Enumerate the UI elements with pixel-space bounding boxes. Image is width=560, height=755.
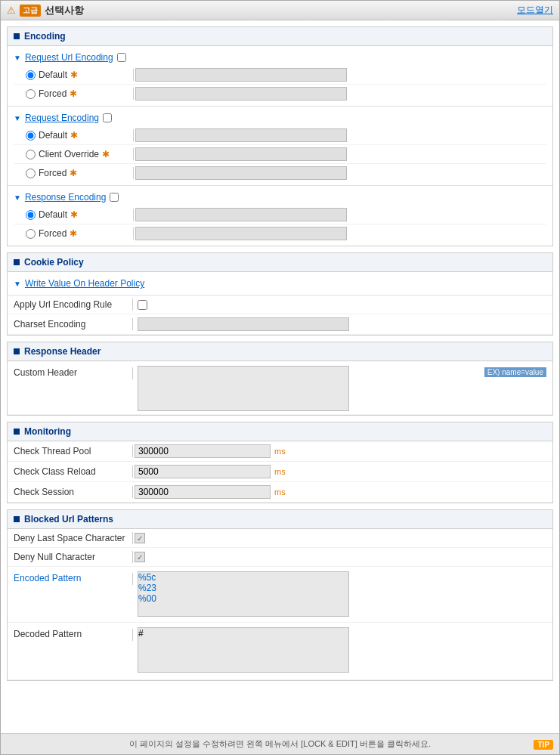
blocked-url-patterns-header: Blocked Url Patterns	[8, 510, 552, 529]
response-header-section: Response Header Custom Header EX) name=v…	[7, 342, 553, 416]
deny-null-checkbox[interactable]: ✓	[135, 552, 145, 562]
tip-badge: TIP	[534, 740, 553, 750]
check-session-input[interactable]	[135, 485, 271, 499]
title-bar: ⚠ 고급 선택사항 모드열기	[1, 1, 559, 20]
warning-icon: ⚠	[7, 5, 16, 16]
check-class-reload-unit: ms	[274, 467, 286, 476]
response-encoding-header: ▼ Response Encoding	[14, 189, 546, 206]
title-left: ⚠ 고급 선택사항	[7, 4, 84, 17]
req-client-sep	[133, 148, 134, 160]
req-client-radio[interactable]	[26, 150, 36, 159]
level-badge: 고급	[20, 5, 41, 17]
req-default-input[interactable]	[135, 128, 347, 142]
monitoring-marker	[14, 429, 20, 435]
res-default-star: ✱	[70, 209, 78, 220]
blocked-url-patterns-section: Blocked Url Patterns Deny Last Space Cha…	[7, 509, 553, 681]
url-forced-text: Forced	[39, 88, 67, 99]
encoding-section: Encoding ▼ Request Url Encoding Default …	[7, 26, 553, 246]
charset-encoding-input[interactable]	[138, 317, 349, 331]
write-value-label[interactable]: Write Value On Header Policy	[25, 278, 144, 289]
req-forced-label: Forced ✱	[26, 168, 131, 178]
check-thread-pool-row: Check Thread Pool ms	[8, 441, 552, 462]
deny-last-space-checkbox[interactable]: ✓	[135, 533, 145, 543]
check-class-reload-label: Check Class Reload	[14, 466, 131, 477]
request-encoding-checkbox[interactable]	[103, 113, 112, 122]
monitoring-title: Monitoring	[24, 426, 71, 437]
req-default-radio[interactable]	[26, 131, 36, 141]
write-value-header: ▼ Write Value On Header Policy	[14, 275, 546, 292]
check-session-unit: ms	[274, 487, 286, 497]
name-value-button[interactable]: EX) name=value	[484, 367, 546, 377]
charset-encoding-row: Charset Encoding	[8, 314, 552, 335]
url-forced-radio[interactable]	[26, 89, 36, 99]
request-url-encoding-label[interactable]: Request Url Encoding	[25, 52, 113, 63]
res-forced-sep	[133, 227, 134, 240]
res-default-sep	[133, 209, 134, 221]
req-default-sep	[133, 129, 134, 141]
res-forced-label: Forced ✱	[26, 228, 131, 239]
response-header-title: Response Header	[24, 346, 101, 357]
request-encoding-arrow[interactable]: ▼	[14, 114, 21, 122]
response-header-section-header: Response Header	[8, 342, 552, 361]
mode-link[interactable]: 모드열기	[517, 4, 553, 17]
request-encoding-label[interactable]: Request Encoding	[25, 113, 99, 123]
response-encoding-arrow[interactable]: ▼	[14, 193, 21, 202]
encoding-marker	[14, 33, 20, 39]
req-forced-star: ✱	[70, 168, 77, 178]
apply-url-encoding-label: Apply Url Encoding Rule	[14, 299, 131, 310]
res-forced-star: ✱	[70, 228, 77, 239]
res-default-input[interactable]	[135, 208, 347, 221]
apply-sep	[132, 299, 133, 311]
cookie-policy-title: Cookie Policy	[24, 257, 84, 268]
write-value-arrow[interactable]: ▼	[14, 280, 21, 288]
encoded-pattern-row: Encoded Pattern %5c %23 %00	[8, 567, 552, 623]
res-forced-radio[interactable]	[26, 229, 36, 239]
custom-header-sep	[132, 367, 133, 379]
check-thread-pool-input[interactable]	[135, 444, 271, 458]
decoded-pattern-textarea[interactable]: #	[138, 627, 349, 673]
req-forced-text: Forced	[39, 168, 67, 178]
request-url-encoding-arrow[interactable]: ▼	[14, 54, 21, 62]
request-encoding-header: ▼ Request Encoding	[14, 110, 546, 126]
url-default-input[interactable]	[135, 68, 347, 82]
req-forced-input[interactable]	[135, 166, 347, 180]
check-class-reload-row: Check Class Reload ms	[8, 462, 552, 482]
url-default-radio[interactable]	[26, 70, 36, 80]
url-default-sep	[133, 69, 134, 81]
custom-header-area	[138, 366, 480, 411]
req-forced-radio[interactable]	[26, 169, 36, 178]
req-forced-sep	[133, 167, 134, 179]
res-forced-input[interactable]	[135, 227, 347, 240]
res-default-radio[interactable]	[26, 210, 36, 220]
response-encoding-label[interactable]: Response Encoding	[25, 192, 106, 203]
deny-last-space-row: Deny Last Space Character ✓	[8, 529, 552, 548]
cookie-policy-marker	[14, 259, 20, 265]
check-class-reload-input[interactable]	[135, 465, 271, 478]
blocked-url-patterns-marker	[14, 516, 20, 522]
request-url-encoding-checkbox[interactable]	[117, 53, 126, 62]
res-forced-row: Forced ✱	[14, 224, 546, 243]
response-encoding-checkbox[interactable]	[110, 193, 119, 202]
req-default-star: ✱	[70, 130, 78, 141]
apply-url-encoding-checkbox[interactable]	[138, 300, 147, 310]
encoded-pattern-textarea[interactable]: %5c %23 %00	[138, 571, 349, 617]
footer: 이 페이지의 설정을 수정하려면 왼쪽 메뉴에서 [LOCK & EDIT] 버…	[1, 733, 559, 754]
res-default-label: Default ✱	[26, 209, 131, 220]
req-client-input[interactable]	[135, 147, 347, 161]
url-forced-input[interactable]	[135, 87, 347, 101]
url-default-star: ✱	[70, 70, 78, 80]
request-encoding-subsection: ▼ Request Encoding Default ✱	[8, 107, 552, 186]
footer-text: 이 페이지의 설정을 수정하려면 왼쪽 메뉴에서 [LOCK & EDIT] 버…	[129, 739, 431, 748]
url-forced-row: Forced ✱	[14, 85, 546, 103]
decoded-pattern-container: #	[138, 627, 349, 675]
check-thread-pool-label: Check Thread Pool	[14, 446, 131, 456]
deny-last-space-label: Deny Last Space Character	[14, 533, 131, 543]
req-default-label: Default ✱	[26, 130, 131, 141]
check-session-row: Check Session ms	[8, 482, 552, 503]
response-encoding-subsection: ▼ Response Encoding Default ✱	[8, 186, 552, 246]
req-default-row: Default ✱	[14, 126, 546, 145]
name-value-area: EX) name=value	[480, 366, 546, 377]
write-value-subsection: ▼ Write Value On Header Policy	[8, 272, 552, 296]
monitoring-section-header: Monitoring	[8, 422, 552, 441]
custom-header-textarea[interactable]	[138, 366, 349, 411]
